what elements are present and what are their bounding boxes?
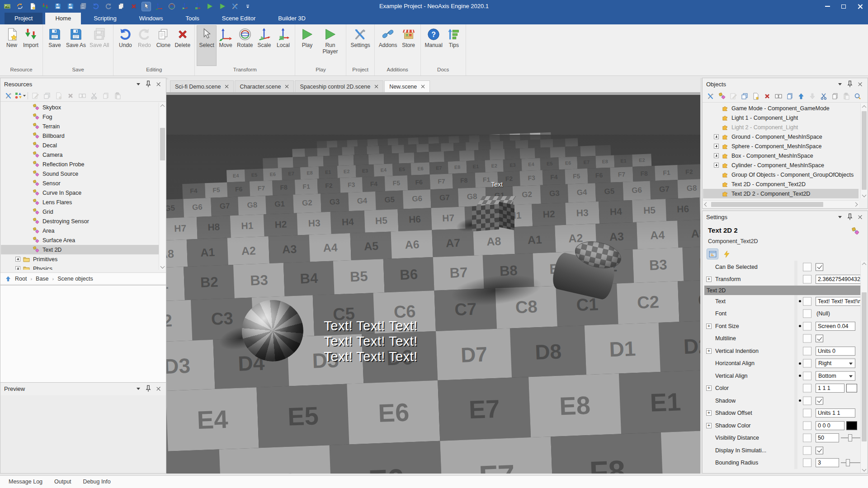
pin-button[interactable] <box>144 385 152 392</box>
visibility-distance-input[interactable]: 50 <box>816 433 839 442</box>
color-swatch[interactable] <box>846 384 857 393</box>
component-button[interactable] <box>717 92 726 101</box>
resource-item-decal[interactable]: Decal <box>1 141 159 150</box>
search-button[interactable] <box>853 92 862 101</box>
breadcrumb-base[interactable]: Base <box>36 276 49 282</box>
resource-item-surface-area[interactable]: Surface Area <box>1 235 159 245</box>
redo-button[interactable]: Redo <box>135 26 154 66</box>
default-value-box[interactable] <box>803 263 811 271</box>
default-value-box[interactable] <box>803 459 811 467</box>
expand-icon[interactable]: + <box>706 410 712 416</box>
shadow-checkbox[interactable] <box>816 397 823 404</box>
resource-item-lens-flares[interactable]: Lens Flares <box>1 197 159 207</box>
default-value-box[interactable] <box>803 347 811 355</box>
new-button[interactable]: New <box>2 26 21 66</box>
default-value-box[interactable] <box>803 384 811 393</box>
settings-button[interactable]: Settings <box>349 26 372 66</box>
bounding-radius-slider[interactable] <box>841 462 861 463</box>
import-button[interactable]: Import <box>21 26 40 66</box>
resource-item-area[interactable]: Area <box>1 226 159 235</box>
expand-icon[interactable] <box>714 153 719 158</box>
color-input[interactable]: 1 1 1 <box>816 384 844 393</box>
expand-icon[interactable]: + <box>706 277 712 282</box>
expand-icon[interactable]: + <box>706 423 712 428</box>
copy-button[interactable] <box>830 92 840 101</box>
scene-tab-character-scene[interactable]: Character.scene <box>235 80 294 92</box>
customize-button[interactable] <box>243 2 252 11</box>
ribbon-tab-scripting[interactable]: Scripting <box>84 13 127 24</box>
save-as-button[interactable] <box>66 2 75 11</box>
ribbon-tab-builder-3d[interactable]: Builder 3D <box>268 13 316 24</box>
default-value-box[interactable] <box>803 297 811 305</box>
vertical-indention-input[interactable]: Units 0 <box>816 347 855 356</box>
object-item-text-2d-component-text2d[interactable]: Text 2D - Component_Text2D <box>703 179 859 189</box>
open-window-button[interactable] <box>42 91 52 100</box>
objects-tree-scrollbar[interactable] <box>860 103 867 198</box>
bottom-tab-message-log[interactable]: Message Log <box>3 476 48 488</box>
object-item-sphere-component-meshinspace[interactable]: Sphere - Component_MeshInSpace <box>703 141 859 151</box>
duplicate-button[interactable] <box>785 92 794 101</box>
redo-button[interactable] <box>104 2 113 11</box>
paste-button[interactable] <box>113 91 122 100</box>
delete-button[interactable] <box>129 2 138 11</box>
app-logo-button[interactable] <box>3 2 11 11</box>
move-up-button[interactable] <box>797 92 806 101</box>
clone-button[interactable] <box>117 2 125 11</box>
panel-menu-button[interactable] <box>836 213 844 221</box>
delete-button[interactable]: Delete <box>173 26 192 66</box>
pin-button[interactable] <box>846 213 854 221</box>
default-value-box[interactable] <box>803 434 811 442</box>
ribbon-tab-scene-editor[interactable]: Scene Editor <box>212 13 265 24</box>
resource-item-destroying-sensor[interactable]: Destroying Sensor <box>1 216 159 226</box>
scene-tab-new-scene[interactable]: New.scene <box>384 80 430 92</box>
default-value-box[interactable] <box>803 409 811 418</box>
close-tab-icon[interactable] <box>375 84 378 88</box>
tips-button[interactable]: Tips <box>444 26 463 66</box>
object-item-box-component-meshinspace[interactable]: Box - Component_MeshInSpace <box>703 151 859 160</box>
close-tab-icon[interactable] <box>225 84 229 88</box>
bottom-tab-debug-info[interactable]: Debug Info <box>77 476 117 488</box>
events-tab-button[interactable] <box>721 249 732 259</box>
store-button[interactable]: Store <box>399 26 418 66</box>
panel-close-button[interactable] <box>856 80 864 88</box>
object-item-game-mode-component-gamemode[interactable]: Game Mode - Component_GameMode <box>703 103 859 113</box>
scene-tab-sci-fi-demo-scene[interactable]: Sci-fi Demo.scene <box>170 80 234 92</box>
expand-icon[interactable]: + <box>706 324 712 329</box>
local-button[interactable] <box>193 2 201 11</box>
addons-button[interactable]: Addons <box>377 26 399 66</box>
scale-button[interactable]: Scale <box>255 26 274 66</box>
expand-icon[interactable] <box>714 144 719 149</box>
object-item-light-1-component-light[interactable]: Light 1 - Component_Light <box>703 113 859 122</box>
default-value-box[interactable] <box>803 322 811 330</box>
expand-icon[interactable] <box>714 163 719 168</box>
resource-item-billboard[interactable]: Billboard <box>1 131 159 141</box>
copy-button[interactable] <box>101 91 110 100</box>
object-item-cylinder-component-meshinspace[interactable]: Cylinder - Component_MeshInSpace <box>703 160 859 170</box>
delete-button[interactable] <box>763 92 772 101</box>
undo-button[interactable]: Undo <box>116 26 135 66</box>
expand-icon[interactable]: + <box>706 385 712 391</box>
edit-button[interactable] <box>729 92 738 101</box>
save-button[interactable] <box>53 2 62 11</box>
resource-folder-primitives[interactable]: Primitives <box>1 254 159 264</box>
settings-scrollbar[interactable] <box>860 261 867 473</box>
object-item-ground-component-meshinspace[interactable]: Ground - Component_MeshInSpace <box>703 132 859 141</box>
shadow-offset-input[interactable]: Units 1 1 <box>816 408 855 418</box>
rotate-button[interactable] <box>167 2 176 11</box>
shadow-color-input[interactable]: 0 0 0 <box>816 421 844 430</box>
ribbon-tab-windows[interactable]: Windows <box>129 13 173 24</box>
panel-menu-button[interactable] <box>836 80 844 88</box>
refresh-button[interactable] <box>15 2 24 11</box>
resource-item-sensor[interactable]: Sensor <box>1 178 159 188</box>
resource-item-curve-in-space[interactable]: Curve In Space <box>1 188 159 197</box>
breadcrumb-scene-objects[interactable]: Scene objects <box>57 276 93 282</box>
box-object[interactable] <box>472 196 519 234</box>
save-all-button[interactable] <box>79 2 87 11</box>
scale-button[interactable] <box>180 2 189 11</box>
ribbon-tab-tools[interactable]: Tools <box>175 13 209 24</box>
edit-button[interactable] <box>31 91 40 100</box>
resource-item-terrain[interactable]: Terrain <box>1 122 159 131</box>
display-in-simulati-checkbox[interactable] <box>816 446 823 454</box>
expand-icon[interactable] <box>15 257 20 262</box>
object-item-text-2d-2-component-text2d[interactable]: Text 2D 2 - Component_Text2D <box>703 189 859 198</box>
